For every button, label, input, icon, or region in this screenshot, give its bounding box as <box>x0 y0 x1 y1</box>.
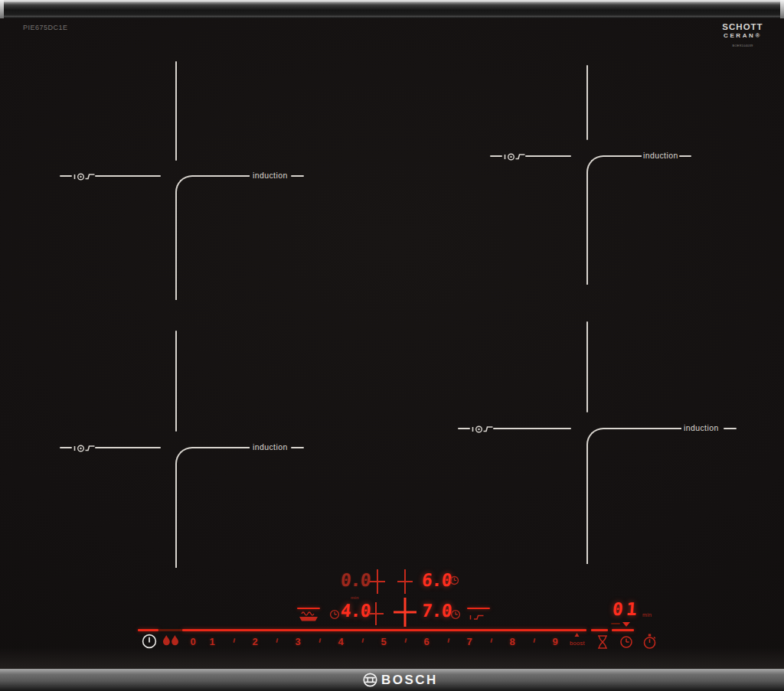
frying-sensor-zone-icon <box>471 422 494 434</box>
slider-tick <box>404 638 407 643</box>
direct-select-slider[interactable] <box>182 629 586 631</box>
slider-digit[interactable]: 7 <box>466 636 472 647</box>
zone-select-cross-icon[interactable] <box>370 569 385 594</box>
top-bezel-left-cap <box>0 0 4 18</box>
zone-dash <box>679 155 691 157</box>
zone-crosshair-line <box>175 61 177 161</box>
zone-label: induction <box>253 171 288 180</box>
zone-dash <box>724 428 737 429</box>
slider-digit[interactable]: 1 <box>209 636 214 647</box>
slider-digit[interactable]: 6 <box>423 636 429 647</box>
zone-line <box>95 447 161 448</box>
slider-line-segment-dim <box>158 629 182 631</box>
slider-digit[interactable]: 4 <box>338 636 343 647</box>
zone-corner <box>586 428 681 564</box>
clock-icon <box>449 575 459 585</box>
model-number: PIE675DC1E <box>23 24 68 31</box>
zone-dash <box>490 155 502 157</box>
zone-dash <box>60 175 72 177</box>
frying-sensor-icon[interactable] <box>162 634 181 648</box>
vent-icon[interactable] <box>469 612 488 621</box>
display-front-left: 4.0 <box>340 601 371 621</box>
pan-steam-icon[interactable] <box>298 611 319 621</box>
slider-line-segment <box>612 629 634 631</box>
timer-dash <box>611 623 620 624</box>
zone-corner <box>175 175 250 300</box>
zone-line <box>95 175 161 177</box>
slider-tick <box>233 638 235 643</box>
zone-select-cross-icon[interactable] <box>368 602 384 625</box>
display-rear-left: 0.0 <box>340 570 371 590</box>
display-rear-right: 6.0 <box>421 570 452 590</box>
zone-corner <box>175 447 250 568</box>
zone-select-cross-icon[interactable] <box>394 598 416 627</box>
zone-select-cross-icon[interactable] <box>397 569 413 594</box>
slider-digit[interactable]: 8 <box>509 636 514 647</box>
boost-icon <box>573 633 580 639</box>
slider-digit[interactable]: 9 <box>552 636 557 647</box>
clock-icon <box>450 609 461 620</box>
key-indicator-line <box>467 608 490 609</box>
clock-icon <box>329 609 340 620</box>
zone-crosshair-line <box>586 65 588 140</box>
zone-line <box>493 428 571 429</box>
slider-tick <box>533 638 535 643</box>
frying-sensor-zone-icon <box>503 149 526 161</box>
schott-logo-small-print: BOE9104039 <box>723 44 762 47</box>
bosch-logo: BOSCH <box>0 671 784 689</box>
frying-sensor-zone-icon <box>73 441 96 453</box>
display-timer: 01 <box>612 599 641 619</box>
zone-label: induction <box>684 423 719 432</box>
zone-corner <box>586 155 642 285</box>
key-indicator-line <box>297 608 320 609</box>
zone-dash <box>458 428 470 429</box>
bosch-logo-icon <box>363 673 377 687</box>
induction-cooktop: PIE675DC1E SCHOTT CERAN® BOE9104039 indu… <box>0 0 784 691</box>
slider-line-segment <box>591 629 608 631</box>
zone-dash <box>60 447 72 448</box>
slider-digit[interactable]: 3 <box>295 636 300 647</box>
slider-tick <box>361 638 364 643</box>
triangle-down-icon[interactable] <box>622 622 630 627</box>
slider-tick <box>276 638 278 643</box>
top-bezel-right-cap <box>780 0 784 18</box>
schott-ceran-logo: SCHOTT CERAN® BOE9104039 <box>718 22 767 47</box>
slider-line-segment <box>138 629 158 631</box>
zone-crosshair-line <box>586 321 588 412</box>
boost-key[interactable]: boost <box>570 640 585 647</box>
slider-digit[interactable]: 0 <box>190 636 195 647</box>
zone-label: induction <box>643 151 678 160</box>
zone-dash <box>291 175 304 177</box>
glass-bottom-shadow <box>0 647 784 669</box>
frying-sensor-zone-icon <box>73 169 96 181</box>
slider-tick <box>490 638 492 643</box>
top-bezel <box>0 0 784 18</box>
schott-logo-line2: CERAN® <box>718 32 767 39</box>
zone-crosshair-line <box>175 331 177 432</box>
slider-tick <box>447 638 449 643</box>
zone-label: induction <box>253 442 288 451</box>
zone-dash <box>291 447 304 448</box>
slider-tick <box>318 638 321 643</box>
schott-logo-line1: SCHOTT <box>718 22 767 31</box>
slider-digit[interactable]: 2 <box>252 636 257 647</box>
display-front-right: 7.0 <box>421 601 452 621</box>
slider-digit[interactable]: 5 <box>381 636 386 647</box>
bosch-wordmark: BOSCH <box>381 673 438 688</box>
timer-unit: min <box>642 612 652 618</box>
zone-line <box>525 155 571 157</box>
display-unit-small: min <box>351 595 359 600</box>
